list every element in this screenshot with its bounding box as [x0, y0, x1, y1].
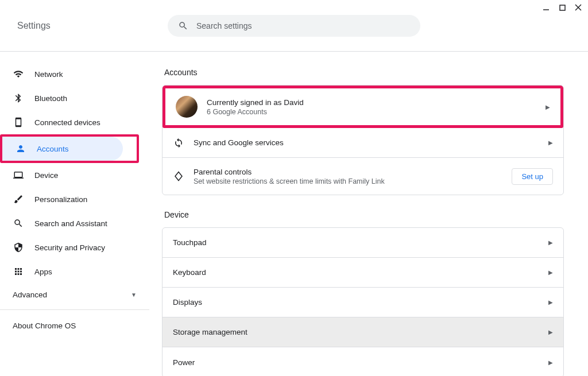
row-subtitle: Set website restrictions & screen time l…	[194, 177, 502, 185]
highlight-signed-in-row: Currently signed in as David 6 Google Ac…	[163, 86, 563, 128]
shield-icon	[13, 242, 24, 253]
sidebar-item-label: Device	[34, 171, 58, 180]
sidebar-item-about[interactable]: About Chrome OS	[0, 313, 149, 338]
search-icon	[178, 21, 188, 31]
advanced-label: Advanced	[13, 290, 47, 299]
section-heading-device: Device	[164, 210, 564, 219]
row-displays[interactable]: Displays ▶	[163, 288, 563, 317]
row-title: Displays	[173, 298, 539, 307]
chevron-right-icon: ▶	[548, 239, 553, 246]
page-title: Settings	[17, 21, 51, 31]
row-storage-management[interactable]: Storage management ▶	[163, 317, 563, 347]
divider	[0, 309, 149, 310]
chevron-right-icon: ▶	[546, 104, 550, 110]
apps-icon	[13, 266, 24, 277]
section-heading-accounts: Accounts	[164, 68, 564, 77]
sidebar-item-label: Personalization	[34, 195, 87, 204]
row-parental-controls[interactable]: Parental controls Set website restrictio…	[163, 158, 563, 195]
sidebar-advanced-toggle[interactable]: Advanced ▼	[0, 284, 149, 306]
brush-icon	[13, 194, 24, 204]
sidebar-item-device[interactable]: Device	[0, 163, 136, 187]
sidebar-item-network[interactable]: Network	[0, 62, 136, 86]
chevron-down-icon: ▼	[131, 292, 137, 298]
sidebar-item-bluetooth[interactable]: Bluetooth	[0, 86, 136, 110]
row-title: Storage management	[173, 328, 539, 336]
row-keyboard[interactable]: Keyboard ▶	[163, 258, 563, 288]
laptop-icon	[13, 170, 24, 180]
chevron-right-icon: ▶	[548, 299, 553, 305]
row-touchpad[interactable]: Touchpad ▶	[163, 228, 563, 258]
sidebar-item-label: Connected devices	[34, 118, 100, 127]
sidebar-item-security-privacy[interactable]: Security and Privacy	[0, 235, 136, 259]
setup-button[interactable]: Set up	[512, 168, 553, 185]
phone-icon	[13, 117, 24, 127]
avatar	[176, 96, 198, 118]
diamond-icon	[173, 171, 184, 181]
sync-icon	[173, 138, 184, 148]
person-icon	[15, 144, 26, 154]
sidebar-item-label: Accounts	[37, 145, 69, 153]
about-label: About Chrome OS	[13, 321, 76, 330]
main-content: Accounts Currently signed in as David 6 …	[149, 52, 588, 376]
search-icon	[13, 218, 24, 228]
chevron-right-icon: ▶	[548, 359, 553, 366]
sidebar-item-label: Bluetooth	[34, 94, 67, 103]
chevron-right-icon: ▶	[548, 139, 553, 146]
wifi-icon	[13, 69, 24, 79]
sidebar-item-accounts[interactable]: Accounts	[2, 137, 123, 161]
row-power[interactable]: Power ▶	[163, 347, 563, 376]
sidebar-item-connected-devices[interactable]: Connected devices	[0, 110, 136, 134]
search-input[interactable]	[196, 21, 410, 30]
row-signed-in-as[interactable]: Currently signed in as David 6 Google Ac…	[165, 88, 560, 125]
row-title: Sync and Google services	[194, 138, 539, 147]
accounts-card: Currently signed in as David 6 Google Ac…	[162, 85, 564, 195]
search-box[interactable]	[168, 15, 420, 37]
chevron-right-icon: ▶	[548, 329, 553, 335]
search-container	[168, 15, 420, 37]
row-subtitle: 6 Google Accounts	[207, 108, 536, 116]
sidebar-item-personalization[interactable]: Personalization	[0, 187, 136, 211]
sidebar-item-label: Network	[34, 70, 63, 79]
bluetooth-icon	[13, 93, 24, 103]
row-sync-google-services[interactable]: Sync and Google services ▶	[163, 128, 563, 158]
topbar: Settings	[0, 0, 588, 52]
row-title: Keyboard	[173, 268, 539, 277]
sidebar: Network Bluetooth Connected devices Acco…	[0, 52, 149, 376]
row-title: Touchpad	[173, 238, 539, 247]
row-title: Power	[173, 358, 539, 367]
highlight-accounts-sidebar: Accounts	[0, 134, 139, 163]
sidebar-item-search-assistant[interactable]: Search and Assistant	[0, 211, 136, 235]
chevron-right-icon: ▶	[548, 269, 553, 276]
sidebar-item-apps[interactable]: Apps	[0, 259, 136, 284]
sidebar-item-label: Search and Assistant	[34, 219, 107, 228]
sidebar-item-label: Apps	[34, 268, 52, 276]
row-title: Parental controls	[194, 168, 502, 176]
device-card: Touchpad ▶ Keyboard ▶ Displays ▶ Storage…	[162, 227, 564, 376]
sidebar-item-label: Security and Privacy	[34, 243, 105, 252]
row-title: Currently signed in as David	[207, 98, 536, 107]
